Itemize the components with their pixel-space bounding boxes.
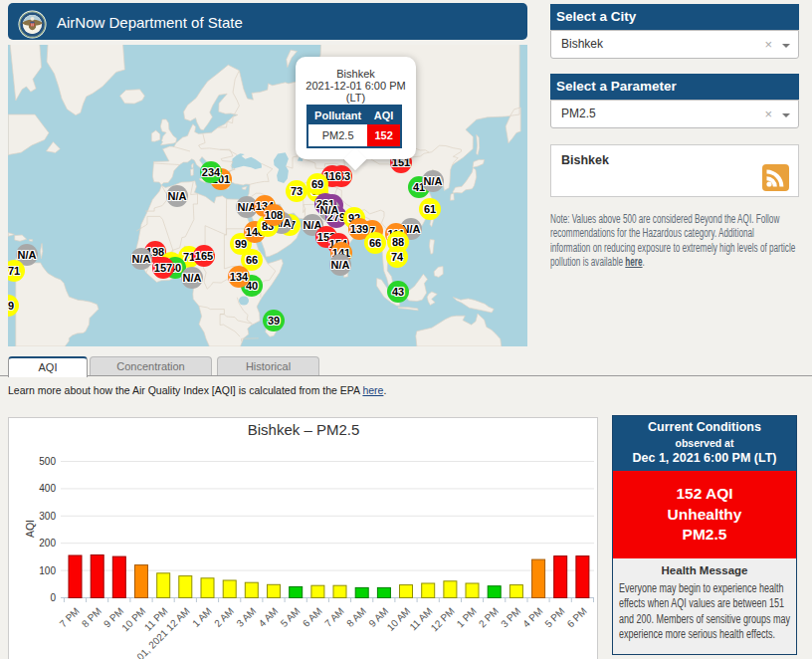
svg-text:2 PM: 2 PM [477, 605, 501, 629]
svg-text:8 PM: 8 PM [80, 605, 103, 629]
svg-text:6 PM: 6 PM [565, 605, 589, 629]
svg-text:3 AM: 3 AM [234, 605, 258, 629]
svg-text:AQI: AQI [24, 520, 36, 538]
svg-text:2 AM: 2 AM [212, 605, 236, 629]
svg-text:4 AM: 4 AM [257, 605, 281, 629]
svg-text:10 PM: 10 PM [119, 605, 147, 633]
svg-text:3 PM: 3 PM [499, 605, 522, 629]
svg-text:12 PM: 12 PM [429, 605, 457, 633]
svg-text:10 AM: 10 AM [385, 605, 413, 633]
svg-text:300: 300 [39, 511, 56, 522]
svg-text:500: 500 [39, 456, 56, 467]
svg-text:0: 0 [50, 592, 56, 603]
svg-text:100: 100 [39, 565, 56, 576]
svg-text:7 AM: 7 AM [322, 605, 346, 629]
svg-text:400: 400 [39, 483, 56, 494]
svg-text:8 AM: 8 AM [344, 605, 368, 629]
svg-text:5 AM: 5 AM [279, 605, 303, 629]
svg-text:200: 200 [39, 538, 56, 549]
svg-text:1 AM: 1 AM [190, 605, 214, 629]
svg-text:4 PM: 4 PM [520, 605, 544, 629]
svg-text:5 PM: 5 PM [542, 605, 566, 629]
svg-text:7 PM: 7 PM [58, 605, 82, 629]
svg-text:Bishkek – PM2.5: Bishkek – PM2.5 [248, 421, 360, 438]
svg-text:1 PM: 1 PM [455, 605, 479, 629]
svg-text:6 AM: 6 AM [301, 605, 324, 629]
